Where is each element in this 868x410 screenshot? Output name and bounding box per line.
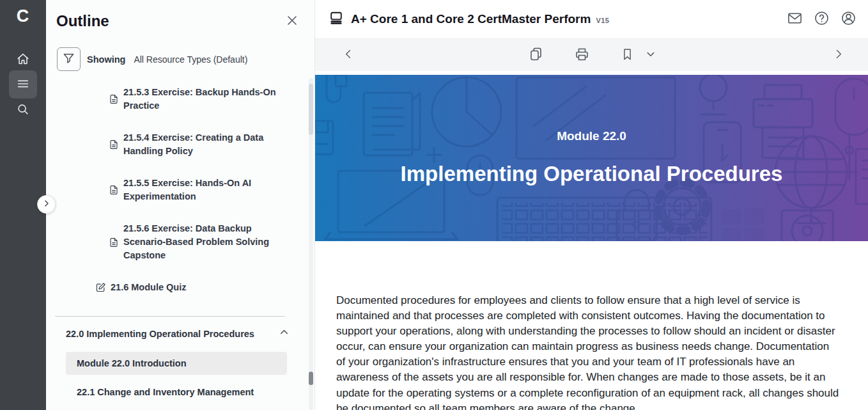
print-icon xyxy=(574,47,589,64)
outline-item-label: 21.5.3 Exercise: Backup Hands-On Practic… xyxy=(123,86,293,113)
document-icon xyxy=(109,139,119,150)
comptia-logo: C xyxy=(0,6,46,26)
outline-title: Outline xyxy=(56,12,109,30)
chevron-right-icon xyxy=(43,200,50,209)
bookmark-icon xyxy=(620,47,634,63)
mail-button[interactable] xyxy=(787,10,803,28)
next-page-button[interactable] xyxy=(832,48,845,63)
help-button[interactable] xyxy=(814,10,830,28)
search-icon xyxy=(16,102,30,118)
chevron-down-icon xyxy=(646,49,655,61)
outline-scrollbar-thumb[interactable] xyxy=(309,372,313,385)
banner-pattern xyxy=(315,75,868,241)
outline-scrollbar-thumb-upper[interactable] xyxy=(309,84,313,135)
help-icon xyxy=(814,10,830,28)
course-version-badge: V15 xyxy=(596,17,609,24)
mail-icon xyxy=(787,10,803,28)
outline-item[interactable]: 21.5.3 Exercise: Backup Hands-On Practic… xyxy=(46,86,314,113)
outline-item[interactable]: 21.5.6 Exercise: Data Backup Scenario-Ba… xyxy=(46,222,314,262)
outline-item-active[interactable]: Module 22.0 Introduction xyxy=(66,352,287,375)
main-content: A+ Core 1 and Core 2 CertMaster Perform … xyxy=(315,0,868,410)
module-banner: Module 22.0 Implementing Operational Pro… xyxy=(315,75,868,241)
filter-button[interactable] xyxy=(57,47,81,71)
chevron-up-icon xyxy=(279,327,289,340)
search-button[interactable] xyxy=(9,96,37,124)
outline-item-label: 22.1 Change and Inventory Management xyxy=(77,387,254,397)
previous-page-button[interactable] xyxy=(342,48,355,63)
home-icon xyxy=(16,52,30,68)
course-title: A+ Core 1 and Core 2 CertMaster Perform xyxy=(351,12,591,26)
close-outline-button[interactable] xyxy=(286,15,298,28)
home-button[interactable] xyxy=(9,45,37,74)
close-icon xyxy=(286,15,298,28)
account-icon xyxy=(841,10,856,28)
outline-menu-icon xyxy=(16,77,30,93)
copy-button[interactable] xyxy=(528,47,543,64)
outline-panel: Outline Showing All Resource Types (Defa… xyxy=(46,0,315,410)
back-arrow-icon xyxy=(342,48,355,63)
outline-section-header[interactable]: 22.0 Implementing Operational Procedures xyxy=(46,317,314,340)
filter-row: Showing All Resource Types (Default) xyxy=(57,47,314,71)
filter-funnel-icon xyxy=(63,52,75,67)
filter-value[interactable]: All Resource Types (Default) xyxy=(134,54,247,65)
filter-label: Showing xyxy=(87,54,125,65)
copy-icon xyxy=(528,47,543,64)
outline-item-label: 21.6 Module Quiz xyxy=(111,281,186,294)
lesson-toolbar xyxy=(315,39,868,71)
lesson-paragraph: Documented procedures for employees and … xyxy=(336,293,841,410)
course-book-icon xyxy=(329,11,343,28)
outline-section-label: 22.0 Implementing Operational Procedures xyxy=(66,329,254,339)
outline-item[interactable]: 21.5.4 Exercise: Creating a Data Handlin… xyxy=(46,131,314,158)
app-root: C Outline xyxy=(0,0,868,410)
outline-subsection[interactable]: 22.1 Change and Inventory Management xyxy=(46,386,314,399)
document-icon xyxy=(109,185,119,195)
banner-title: Implementing Operational Procedures xyxy=(315,162,868,186)
outline-item[interactable]: 21.5.5 Exercise: Hands-On AI Experimenta… xyxy=(46,177,314,203)
bookmark-button[interactable] xyxy=(620,47,634,63)
panel-collapse-toggle[interactable] xyxy=(37,195,56,214)
outline-item-label: Module 22.0 Introduction xyxy=(77,357,187,370)
banner-module-label: Module 22.0 xyxy=(315,129,868,143)
quiz-edit-icon xyxy=(95,282,106,293)
outline-menu-button[interactable] xyxy=(9,70,37,99)
outline-item-label: 21.5.5 Exercise: Hands-On AI Experimenta… xyxy=(123,177,293,203)
bookmark-menu-button[interactable] xyxy=(646,49,655,61)
next-arrow-icon xyxy=(832,48,845,63)
print-button[interactable] xyxy=(574,47,589,64)
document-icon xyxy=(109,237,119,248)
outline-item-quiz[interactable]: 21.6 Module Quiz xyxy=(46,281,314,294)
outline-list: 21.5.3 Exercise: Backup Hands-On Practic… xyxy=(46,86,314,294)
outline-item-label: 21.5.4 Exercise: Creating a Data Handlin… xyxy=(123,131,293,158)
document-icon xyxy=(109,94,119,104)
account-button[interactable] xyxy=(841,10,856,28)
outline-item-label: 21.5.6 Exercise: Data Backup Scenario-Ba… xyxy=(123,222,293,262)
course-header: A+ Core 1 and Core 2 CertMaster Perform … xyxy=(315,0,868,39)
